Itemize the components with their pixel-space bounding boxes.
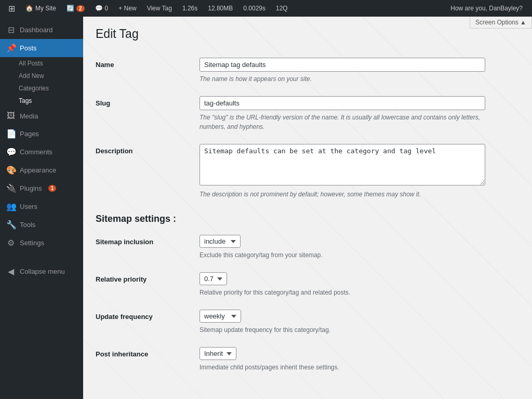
comments-link[interactable]: 💬 0 [91, 0, 113, 17]
sidebar-item-comments[interactable]: 💬 Comments [0, 143, 83, 161]
plugins-label: Plugins [20, 184, 42, 192]
new-content-link[interactable]: + New [114, 0, 140, 17]
update-frequency-label: Update frequency [96, 310, 200, 321]
sidebar-item-add-new[interactable]: Add New [0, 70, 83, 82]
main-content: Edit Tag Name The name is how it appears… [83, 17, 532, 399]
relative-priority-row: Relative priority 0.10.20.30.4 0.50.60.7… [96, 266, 520, 303]
slug-field-row: Slug The "slug" is the URL-friendly vers… [96, 90, 520, 138]
sidebar-item-appearance[interactable]: 🎨 Appearance [0, 161, 83, 179]
settings-label: Settings [20, 239, 44, 247]
tools-icon: 🔧 [6, 220, 16, 230]
user-greeting: How are you, DanBayley? [445, 5, 528, 12]
page-title: Edit Tag [96, 27, 520, 41]
sitemap-inclusion-hint: Exclude this category/tag from your site… [200, 250, 485, 260]
comments-menu-icon: 💬 [6, 147, 16, 157]
name-hint: The name is how it appears on your site. [200, 74, 485, 84]
media-label: Media [20, 112, 38, 120]
tags-label: Tags [19, 97, 32, 104]
view-tag-link[interactable]: View Tag [143, 0, 176, 17]
sidebar-item-posts[interactable]: 📌 Posts [0, 39, 83, 57]
site-name: My Site [35, 5, 56, 12]
description-field-row: Description Sitemap defaults can be set … [96, 138, 520, 205]
add-new-label: Add New [19, 72, 44, 79]
slug-input[interactable] [200, 96, 485, 110]
perf-2: 12.80MB [204, 0, 237, 17]
sitemap-inclusion-row: Sitemap inclusion include exclude Exclud… [96, 229, 520, 266]
dashboard-label: Dashboard [20, 26, 53, 34]
sidebar-item-users[interactable]: 👥 Users [0, 197, 83, 216]
sitemap-inclusion-field-wrap: include exclude Exclude this category/ta… [200, 235, 520, 260]
sidebar-item-tools[interactable]: 🔧 Tools [0, 216, 83, 234]
sidebar-item-media[interactable]: 🖼 Media [0, 107, 83, 125]
plugins-icon: 🔌 [6, 183, 16, 193]
categories-label: Categories [19, 85, 49, 92]
update-frequency-field-wrap: alwayshourlydaily weeklymonthlyyearlynev… [200, 310, 520, 335]
wp-logo[interactable]: ⊞ [4, 0, 19, 17]
post-inheritance-label: Post inheritance [96, 347, 200, 358]
comments-count: 0 [105, 5, 109, 12]
updates-link[interactable]: 🔄 2 [62, 0, 89, 17]
sidebar-item-plugins[interactable]: 🔌 Plugins 1 [0, 179, 83, 197]
sitemap-inclusion-label: Sitemap inclusion [96, 235, 200, 246]
appearance-label: Appearance [20, 166, 56, 174]
appearance-icon: 🎨 [6, 165, 16, 175]
home-icon: 🏠 [25, 5, 33, 12]
slug-hint: The "slug" is the URL-friendly version o… [200, 113, 485, 131]
wp-icon: ⊞ [8, 4, 15, 14]
sidebar-item-dashboard[interactable]: ⊟ Dashboard [0, 21, 83, 39]
description-label: Description [96, 144, 200, 155]
post-inheritance-field-wrap: InheritYesNo Immediate child posts/pages… [200, 347, 520, 372]
relative-priority-select[interactable]: 0.10.20.30.4 0.50.60.7 0.80.91.0 [200, 272, 227, 285]
new-label: + New [118, 5, 136, 12]
comments-label: Comments [20, 148, 52, 156]
pages-label: Pages [20, 130, 39, 138]
sidebar-item-all-posts[interactable]: All Posts [0, 57, 83, 70]
sitemap-section-title: Sitemap settings : [96, 214, 520, 224]
updates-count: 2 [76, 5, 85, 12]
name-input[interactable] [200, 58, 485, 72]
sidebar-item-pages[interactable]: 📄 Pages [0, 125, 83, 143]
description-field-wrap: Sitemap defaults can be set at the categ… [200, 144, 520, 199]
posts-active-arrow [80, 39, 83, 57]
relative-priority-hint: Relative priority for this category/tag … [200, 288, 485, 297]
form-wrap: Edit Tag Name The name is how it appears… [96, 27, 520, 378]
relative-priority-label: Relative priority [96, 272, 200, 283]
posts-label: Posts [20, 44, 37, 52]
admin-bar: ⊞ 🏠 My Site 🔄 2 💬 0 + New View Tag 1.26s… [0, 0, 532, 17]
name-label: Name [96, 58, 200, 69]
view-tag-label: View Tag [147, 5, 172, 12]
site-name-link[interactable]: 🏠 My Site [21, 0, 60, 17]
settings-icon: ⚙ [6, 238, 16, 248]
updates-icon: 🔄 [66, 5, 74, 12]
plugins-badge: 1 [48, 185, 57, 192]
collapse-icon: ◀ [6, 267, 16, 276]
post-inheritance-row: Post inheritance InheritYesNo Immediate … [96, 341, 520, 378]
slug-label: Slug [96, 96, 200, 107]
description-textarea[interactable]: Sitemap defaults can be set at the categ… [200, 144, 485, 185]
name-field-wrap: The name is how it appears on your site. [200, 58, 520, 84]
tools-label: Tools [20, 221, 35, 229]
users-label: Users [20, 203, 37, 210]
sitemap-inclusion-select[interactable]: include exclude [200, 235, 241, 248]
description-hint: The description is not prominent by defa… [200, 190, 485, 199]
sidebar-item-collapse[interactable]: ◀ Collapse menu [0, 262, 83, 281]
users-icon: 👥 [6, 202, 16, 211]
sidebar-item-tags[interactable]: Tags [0, 95, 83, 107]
perf-1: 1.26s [178, 0, 202, 17]
post-inheritance-hint: Immediate child posts/pages inherit thes… [200, 363, 485, 372]
update-frequency-select[interactable]: alwayshourlydaily weeklymonthlyyearlynev… [200, 310, 241, 323]
pages-icon: 📄 [6, 129, 16, 139]
collapse-label: Collapse menu [20, 268, 65, 275]
sidebar-item-settings[interactable]: ⚙ Settings [0, 234, 83, 252]
perf-4: 12Q [272, 0, 292, 17]
admin-sidebar: ⊟ Dashboard 📌 Posts All Posts Add New Ca… [0, 17, 83, 399]
update-frequency-hint: Sitemap update frequency for this catego… [200, 325, 485, 335]
sidebar-item-categories[interactable]: Categories [0, 82, 83, 95]
dashboard-icon: ⊟ [6, 25, 16, 35]
name-field-row: Name The name is how it appears on your … [96, 51, 520, 90]
comments-icon: 💬 [95, 5, 103, 12]
content-wrap: ⊟ Dashboard 📌 Posts All Posts Add New Ca… [0, 17, 532, 399]
relative-priority-field-wrap: 0.10.20.30.4 0.50.60.7 0.80.91.0 Relativ… [200, 272, 520, 297]
all-posts-label: All Posts [19, 60, 43, 67]
post-inheritance-select[interactable]: InheritYesNo [200, 347, 236, 360]
